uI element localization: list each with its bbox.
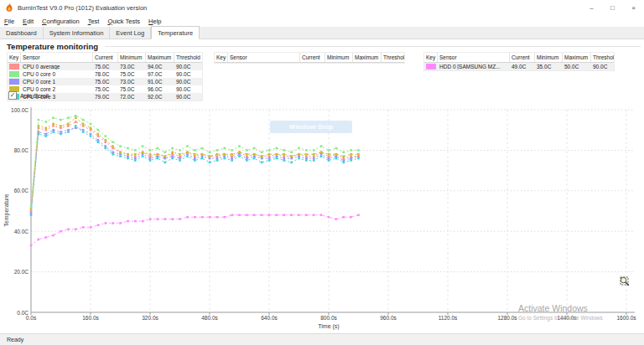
svg-text:320.0s: 320.0s <box>142 315 158 321</box>
menu-bar: FileEditConfigurationTestQuick TestsHelp <box>0 15 644 27</box>
col-header-current: Current <box>510 53 535 62</box>
sensor-cell: CPU 0 core 1 <box>21 79 93 85</box>
col-header-key: Key <box>8 53 21 62</box>
sensor-row-cpu-0-core-1[interactable]: CPU 0 core 175.0C73.0C91.0C90.0C <box>8 78 202 85</box>
col-header-maximum: Maximum <box>563 53 591 62</box>
minimum-cell: 72.0C <box>118 94 146 100</box>
menu-item-quick-tests[interactable]: Quick Tests <box>103 16 144 27</box>
y-axis-label: Temperature <box>3 193 10 226</box>
chart-zoom-toolbar <box>620 276 631 322</box>
legend-table-header: KeySensorCurrentMinimumMaximumThreshold <box>424 53 614 63</box>
key-cell <box>8 71 21 77</box>
legend-table-2: KeySensorCurrentMinimumMaximumThresholdH… <box>423 52 615 71</box>
tab-dashboard[interactable]: Dashboard <box>0 27 44 39</box>
key-color-swatch <box>9 71 19 77</box>
window-title: BurnInTest V9.0 Pro (1012) Evaluation ve… <box>18 4 147 12</box>
app-flame-icon <box>4 3 14 13</box>
col-header-threshold: Threshold <box>174 53 202 62</box>
threshold-cell: 90.0C <box>174 64 202 70</box>
legend-table-header: KeySensorCurrentMinimumMaximumThreshold <box>8 53 202 63</box>
svg-text:1280.0s: 1280.0s <box>497 315 517 321</box>
col-header-minimum: Minimum <box>118 53 146 62</box>
checkbox-check-icon: ✓ <box>8 91 17 100</box>
svg-text:20.0C: 20.0C <box>14 269 29 275</box>
svg-text:80.0C: 80.0C <box>14 147 29 153</box>
tab-bar: DashboardSystem InformationEvent LogTemp… <box>0 27 644 39</box>
minimum-cell: 73.0C <box>118 64 146 70</box>
maximum-cell: 96.0C <box>146 86 174 92</box>
status-bar: Ready <box>0 333 644 345</box>
x-axis-label: Time (s) <box>318 323 339 330</box>
chart-canvas[interactable]: 0.0C20.0C40.0C60.0C80.0C100.0C0.0s160.0s… <box>0 100 644 333</box>
key-cell <box>8 79 21 85</box>
minimum-cell: 75.0C <box>118 86 146 92</box>
threshold-cell: 90.0C <box>174 71 202 77</box>
auto-scroll-label: Auto Scroll <box>20 93 49 99</box>
col-header-maximum: Maximum <box>353 53 382 62</box>
current-cell: 75.0C <box>93 86 118 92</box>
current-cell: 78.0C <box>93 71 118 77</box>
temperature-chart[interactable]: 0.0C20.0C40.0C60.0C80.0C100.0C0.0s160.0s… <box>0 100 644 333</box>
svg-text:0.0s: 0.0s <box>26 315 37 321</box>
threshold-cell: 90.0C <box>174 86 202 92</box>
auto-scroll-checkbox[interactable]: ✓ Auto Scroll <box>8 91 49 100</box>
col-header-threshold: Threshold <box>591 53 614 62</box>
maximum-cell: 50.0C <box>563 64 591 70</box>
minimum-cell: 73.0C <box>118 79 146 85</box>
series-line-cpu-0-core-1 <box>31 128 359 214</box>
sensor-row-hdd-0-samsung-mz[interactable]: HDD 0 [SAMSUNG MZ...49.0C35.0C50.0C90.0C <box>424 63 614 70</box>
legend-table-header: KeySensorCurrentMinimumMaximumThreshold <box>215 53 404 63</box>
maximum-cell: 91.0C <box>146 79 174 85</box>
maximum-cell: 97.0C <box>146 71 174 77</box>
threshold-cell: 90.0C <box>174 79 202 85</box>
menu-item-edit[interactable]: Edit <box>18 16 38 27</box>
window-snip-overlay: Window Snip <box>270 121 352 133</box>
minimum-cell: 35.0C <box>535 64 563 70</box>
col-header-current: Current <box>300 53 325 62</box>
tab-event-log[interactable]: Event Log <box>110 27 151 39</box>
burnintest-window: BurnInTest V9.0 Pro (1012) Evaluation ve… <box>0 0 644 345</box>
sensor-row-cpu-0-core-0[interactable]: CPU 0 core 078.0C75.0C97.0C90.0C <box>8 70 202 78</box>
svg-text:960.0s: 960.0s <box>380 315 397 321</box>
maximum-cell: 94.0C <box>146 64 174 70</box>
tab-system-information[interactable]: System Information <box>44 27 111 39</box>
zoom-out-icon[interactable] <box>620 288 631 299</box>
zoom-tool-icon[interactable] <box>620 312 631 322</box>
col-header-sensor: Sensor <box>228 53 300 62</box>
window-controls: – □ × <box>581 0 644 15</box>
col-header-maximum: Maximum <box>146 53 174 62</box>
sensor-row-cpu-0-average[interactable]: CPU 0 average75.0C73.0C94.0C90.0C <box>8 63 202 70</box>
menu-item-test[interactable]: Test <box>84 16 104 27</box>
series-line-cpu-0-core-3 <box>31 126 359 214</box>
current-cell: 49.0C <box>510 64 535 70</box>
current-cell: 75.0C <box>93 79 118 85</box>
key-color-swatch <box>9 64 19 70</box>
minimum-cell: 75.0C <box>118 71 146 77</box>
tab-temperature[interactable]: Temperature <box>151 26 200 39</box>
svg-text:60.0C: 60.0C <box>14 188 29 193</box>
col-header-threshold: Threshold <box>382 53 404 62</box>
zoom-region-icon[interactable] <box>620 300 631 311</box>
col-header-minimum: Minimum <box>535 53 563 62</box>
svg-text:40.0C: 40.0C <box>14 229 29 234</box>
series-line-hdd-0-samsung-mz <box>31 215 359 245</box>
series-line-cpu-0-average <box>31 122 359 212</box>
key-cell <box>8 64 21 70</box>
col-header-key: Key <box>424 53 438 62</box>
minimize-button[interactable]: – <box>581 0 602 15</box>
svg-text:1120.0s: 1120.0s <box>439 315 458 321</box>
svg-text:100.0C: 100.0C <box>11 107 29 113</box>
sensor-cell: CPU 0 average <box>21 64 93 70</box>
key-cell <box>424 64 438 70</box>
menu-item-help[interactable]: Help <box>144 16 165 27</box>
menu-item-configuration[interactable]: Configuration <box>38 16 84 27</box>
close-button[interactable]: × <box>623 0 644 15</box>
maximize-button[interactable]: □ <box>602 0 623 15</box>
maximum-cell: 92.0C <box>146 94 174 100</box>
col-header-sensor: Sensor <box>21 53 93 62</box>
svg-text:800.0s: 800.0s <box>320 315 337 321</box>
titlebar: BurnInTest V9.0 Pro (1012) Evaluation ve… <box>0 0 644 15</box>
menu-item-file[interactable]: File <box>0 16 18 27</box>
status-text: Ready <box>7 337 23 342</box>
key-color-swatch <box>9 79 19 85</box>
